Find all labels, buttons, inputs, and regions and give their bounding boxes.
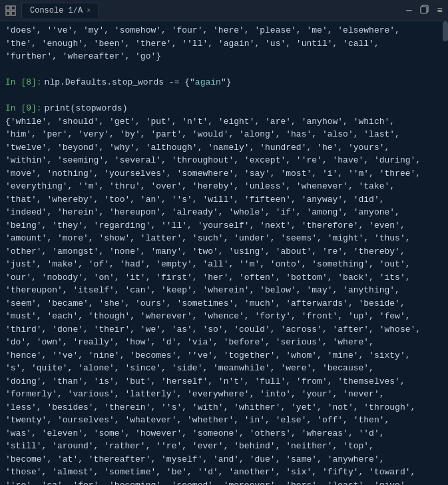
svg-rect-0	[6, 6, 10, 10]
blank-line	[0, 63, 448, 77]
output-line: 'less', 'besides', 'therein', ''s', 'wit…	[0, 401, 448, 414]
output-line: 's', 'quite', 'alone', 'since', 'side', …	[0, 362, 448, 375]
tab-label: Console 1/A	[30, 6, 83, 15]
output-line: 'hence', ''ve', 'nine', 'becomes', ''ve'…	[0, 349, 448, 362]
output-line: 'seem', 'became', 'she', 'ours', 'someti…	[0, 297, 448, 310]
output-line: 'being', 'they', 'regarding', ''ll', 'yo…	[0, 219, 448, 233]
copy-icon[interactable]	[420, 5, 429, 17]
output-line: 'become', 'at', 'thereafter', 'myself', …	[0, 453, 448, 466]
svg-rect-3	[11, 11, 15, 15]
output-line: 'twelve', 'beyond', 'why', 'although', '…	[0, 141, 448, 155]
scrollbar[interactable]	[443, 21, 448, 485]
app-window: Console 1/A × ─ ≡ 'does', ''ve', 'my', '…	[0, 0, 448, 485]
code-line: nlp.Defaults.stop_words -= {"again"}	[45, 76, 232, 89]
output-line: 'the', 'enough', 'been', 'there', ''ll',…	[0, 37, 448, 51]
output-line: 'move', 'nothing', 'yourselves', 'somewh…	[0, 167, 448, 181]
title-bar: Console 1/A × ─ ≡	[0, 0, 448, 21]
output-line: 'doing', 'than', 'is', 'but', 'herself',…	[0, 375, 448, 388]
output-line: 'further', 'whereafter', 'go'}	[0, 50, 448, 63]
output-line: 'that', 'whereby', 'too', 'an', ''s', 'w…	[0, 193, 448, 207]
scrollbar-thumb[interactable]	[443, 21, 448, 41]
output-line: 'just', 'make', 'of', 'had', 'empty', 'a…	[0, 258, 448, 271]
svg-rect-2	[6, 11, 10, 15]
output-line: 'amount', 'more', 'show', 'latter', 'suc…	[0, 232, 448, 245]
output-line: 'within', 'seeming', 'several', 'through…	[0, 154, 448, 167]
output-line: {'while', 'should', 'get', 'put', 'n't',…	[0, 115, 448, 129]
output-line: 'twenty', 'ourselves', 'whatever', 'whet…	[0, 414, 448, 427]
minimize-icon[interactable]: ─	[406, 5, 411, 16]
window-icon	[5, 5, 16, 16]
tab-close-icon[interactable]: ×	[87, 7, 91, 15]
output-line: 'third', 'done', 'their', 'we', 'as', 's…	[0, 323, 448, 336]
prompt-label: In [9]:	[5, 102, 42, 115]
output-line: 'was', 'eleven', 'some', 'however', 'som…	[0, 427, 448, 440]
svg-rect-5	[421, 7, 427, 13]
output-line: 'indeed', 'herein', 'hereupon', 'already…	[0, 206, 448, 219]
output-line: 'does', ''ve', 'my', 'somehow', 'four', …	[0, 24, 448, 37]
output-line: 'everything', ''m', 'thru', 'over', 'her…	[0, 180, 448, 193]
output-line: 'do', 'own', 'really', 'how', 'd', 'via'…	[0, 336, 448, 349]
prompt-label: In [8]:	[5, 76, 42, 89]
title-bar-right: ─ ≡	[406, 5, 443, 17]
output-line: 'must', 'each', 'though', 'wherever', 'w…	[0, 310, 448, 323]
output-line: ''re', 'ca', 'for', 'becoming', 'seemed'…	[0, 479, 448, 486]
blank-line	[0, 89, 448, 103]
input-line: In [8]: nlp.Defaults.stop_words -= {"aga…	[0, 76, 448, 89]
output-line: 'those', 'almost', 'sometime', 'be', ''d…	[0, 466, 448, 479]
title-bar-left: Console 1/A ×	[5, 3, 99, 18]
console-tab[interactable]: Console 1/A ×	[21, 3, 99, 18]
svg-rect-1	[11, 6, 15, 10]
output-line: 'our', 'nobody', 'on', 'it', 'first', 'h…	[0, 271, 448, 284]
console-area[interactable]: 'does', ''ve', 'my', 'somehow', 'four', …	[0, 21, 448, 485]
output-line: 'other', 'amongst', 'none', 'many', 'two…	[0, 245, 448, 258]
output-line: 'formerly', 'various', 'latterly', 'ever…	[0, 388, 448, 401]
menu-icon[interactable]: ≡	[437, 5, 443, 16]
output-line: 'him', 'per', 'very', 'by', 'part', 'wou…	[0, 128, 448, 141]
code-line: print(stopwords)	[45, 102, 128, 115]
input-line: In [9]: print(stopwords)	[0, 102, 448, 115]
output-line: 'still', 'around', 'rather', ''re', 'eve…	[0, 440, 448, 453]
output-line: 'thereupon', 'itself', 'can', 'keep', 'w…	[0, 284, 448, 297]
